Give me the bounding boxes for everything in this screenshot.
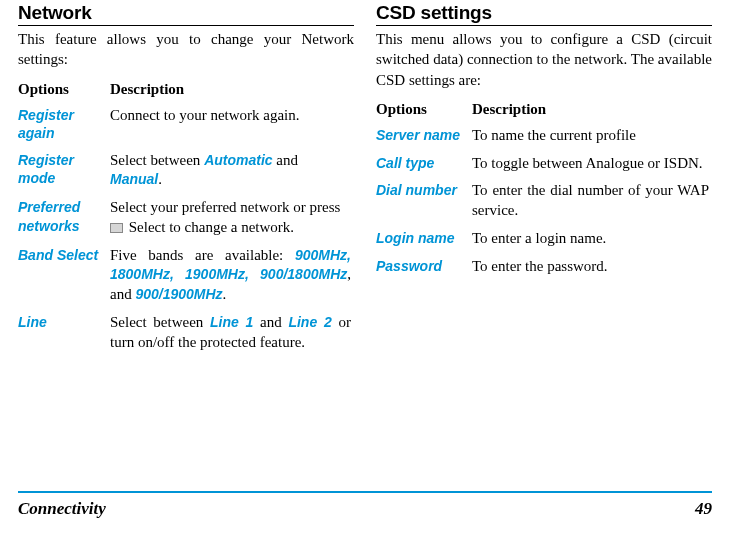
desc-text: Select between Automatic and Manual. <box>110 147 354 195</box>
page-footer: Connectivity 49 <box>18 491 712 519</box>
col-header-description: Description <box>110 81 184 97</box>
network-table: Options Description Register again Conne… <box>18 76 354 357</box>
footer-section: Connectivity <box>18 499 106 519</box>
option-register-mode: Register mode <box>18 152 74 187</box>
table-row: Register mode Select between Automatic a… <box>18 147 354 195</box>
csd-table: Options Description Server name To name … <box>376 96 712 281</box>
table-row: Server name To name the current profile <box>376 122 712 150</box>
footer-page-number: 49 <box>695 499 712 519</box>
col-header-description: Description <box>472 101 546 117</box>
desc-text: To toggle between Analogue or ISDN. <box>472 154 709 174</box>
csd-intro: This menu allows you to configure a CSD … <box>376 29 712 90</box>
option-password: Password <box>376 258 442 274</box>
table-row: Dial number To enter the dial number of … <box>376 177 712 225</box>
desc-text: Connect to your network again. <box>110 107 300 123</box>
option-line: Line <box>18 314 47 330</box>
link-band-last: 900/1900MHz <box>135 286 222 302</box>
table-row: Password To enter the password. <box>376 253 712 281</box>
csd-column: CSD settings This menu allows you to con… <box>376 2 712 357</box>
option-login-name: Login name <box>376 230 455 246</box>
link-manual: Manual <box>110 171 158 187</box>
option-call-type: Call type <box>376 155 434 171</box>
option-dial-number: Dial number <box>376 182 457 198</box>
table-row: Register again Connect to your network a… <box>18 102 354 147</box>
select-key-icon <box>110 223 123 233</box>
col-header-options: Options <box>18 81 69 97</box>
desc-text: To name the current profile <box>472 127 636 143</box>
network-heading: Network <box>18 2 354 26</box>
desc-text: To enter the dial number of your WAP ser… <box>472 181 709 221</box>
link-line1: Line 1 <box>210 314 253 330</box>
link-automatic: Automatic <box>204 152 272 168</box>
desc-text: To enter the password. <box>472 258 608 274</box>
table-row: Login name To enter a login name. <box>376 225 712 253</box>
table-row: Preferred networks Select your preferred… <box>18 194 354 242</box>
network-column: Network This feature allows you to chang… <box>18 2 354 357</box>
page-content: Network This feature allows you to chang… <box>0 0 730 357</box>
option-server-name: Server name <box>376 127 460 143</box>
desc-text: Select your preferred network or press S… <box>110 194 354 242</box>
col-header-options: Options <box>376 101 427 117</box>
link-line2: Line 2 <box>288 314 331 330</box>
table-row: Call type To toggle between Analogue or … <box>376 150 712 178</box>
option-preferred-networks: Preferred networks <box>18 199 80 234</box>
network-intro: This feature allows you to change your N… <box>18 29 354 70</box>
option-register-again: Register again <box>18 107 74 142</box>
table-row: Band Select Five bands are available: 90… <box>18 242 354 309</box>
option-band-select: Band Select <box>18 247 98 263</box>
desc-text: To enter a login name. <box>472 230 606 246</box>
table-row: Line Select between Line 1 and Line 2 or… <box>18 309 354 357</box>
desc-text: Five bands are available: 900MHz, 1800MH… <box>110 242 354 309</box>
csd-heading: CSD settings <box>376 2 712 26</box>
desc-text: Select between Line 1 and Line 2 or turn… <box>110 309 354 357</box>
